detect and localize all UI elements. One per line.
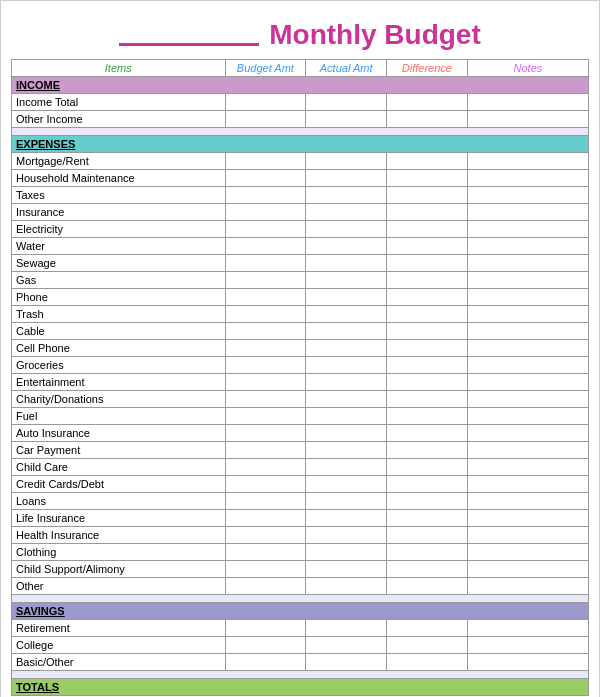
table-row: Credit Cards/Debt bbox=[12, 476, 589, 493]
spacer-row bbox=[12, 128, 589, 136]
table-row: Taxes bbox=[12, 187, 589, 204]
table-row: Household Maintenance bbox=[12, 170, 589, 187]
table-row: Cell Phone bbox=[12, 340, 589, 357]
table-row: Fuel bbox=[12, 408, 589, 425]
table-row: Income Total bbox=[12, 94, 589, 111]
col-notes-header: Notes bbox=[467, 60, 588, 77]
budget-table: Items Budget Amt Actual Amt Difference N… bbox=[11, 59, 589, 696]
col-budget-header: Budget Amt bbox=[225, 60, 306, 77]
table-row: Basic/Other bbox=[12, 654, 589, 671]
table-row: Clothing bbox=[12, 544, 589, 561]
col-actual-header: Actual Amt bbox=[306, 60, 387, 77]
table-row: Auto Insurance bbox=[12, 425, 589, 442]
table-row: Gas bbox=[12, 272, 589, 289]
spacer-row bbox=[12, 671, 589, 679]
table-row: Other bbox=[12, 578, 589, 595]
table-row: Groceries bbox=[12, 357, 589, 374]
section-header-row: SAVINGS bbox=[12, 603, 589, 620]
table-row: Life Insurance bbox=[12, 510, 589, 527]
section-header-row: EXPENSES bbox=[12, 136, 589, 153]
header-underline bbox=[119, 24, 259, 46]
table-row: Mortgage/Rent bbox=[12, 153, 589, 170]
table-row: Entertainment bbox=[12, 374, 589, 391]
table-row: Child Support/Alimony bbox=[12, 561, 589, 578]
table-row: Sewage bbox=[12, 255, 589, 272]
header: Monthly Budget bbox=[11, 11, 589, 55]
section-header-row: INCOME bbox=[12, 77, 589, 94]
table-row: Health Insurance bbox=[12, 527, 589, 544]
table-row: Insurance bbox=[12, 204, 589, 221]
table-row: Electricity bbox=[12, 221, 589, 238]
col-diff-header: Difference bbox=[387, 60, 468, 77]
table-row: College bbox=[12, 637, 589, 654]
table-row: Child Care bbox=[12, 459, 589, 476]
spacer-row bbox=[12, 595, 589, 603]
table-row: Trash bbox=[12, 306, 589, 323]
table-row: Charity/Donations bbox=[12, 391, 589, 408]
table-row: Cable bbox=[12, 323, 589, 340]
table-row: Car Payment bbox=[12, 442, 589, 459]
table-row: Retirement bbox=[12, 620, 589, 637]
table-row: Other Income bbox=[12, 111, 589, 128]
table-row: Loans bbox=[12, 493, 589, 510]
table-row: Phone bbox=[12, 289, 589, 306]
col-items-header: Items bbox=[12, 60, 226, 77]
table-row: Water bbox=[12, 238, 589, 255]
page: Monthly Budget Items Budget Amt Actual A… bbox=[0, 0, 600, 697]
column-header-row: Items Budget Amt Actual Amt Difference N… bbox=[12, 60, 589, 77]
section-header-row: TOTALS bbox=[12, 679, 589, 696]
page-title: Monthly Budget bbox=[269, 19, 481, 51]
